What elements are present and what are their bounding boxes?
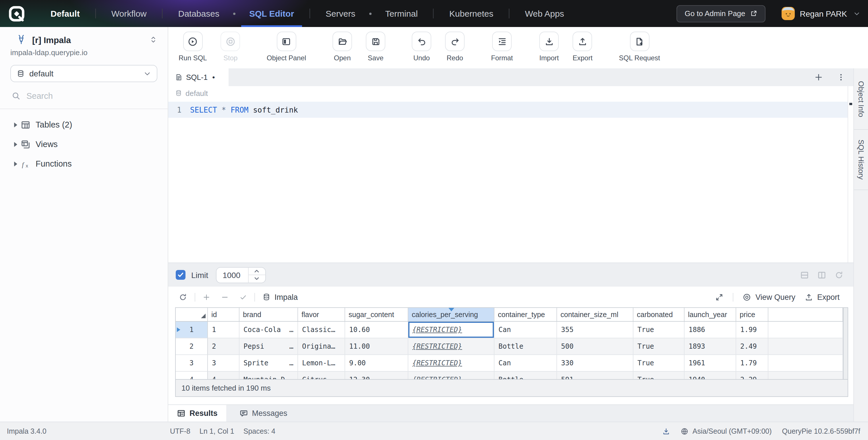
rail-tab-sql-history[interactable]: SQL History xyxy=(854,130,868,190)
column-header-carbonated[interactable]: carbonated xyxy=(633,308,684,321)
table-cell[interactable]: 11.00 xyxy=(345,338,408,355)
table-cell[interactable]: 330 xyxy=(557,355,633,372)
stepper-down-icon[interactable] xyxy=(248,275,265,282)
export-button[interactable]: Export xyxy=(572,32,592,62)
nav-item-terminal[interactable]: Terminal xyxy=(372,0,430,27)
table-cell[interactable]: True xyxy=(633,372,684,380)
table-cell[interactable]: 9.00 xyxy=(345,355,408,372)
nav-item-databases[interactable]: Databases xyxy=(166,0,232,27)
table-cell[interactable]: {RESTRICTED} xyxy=(408,372,494,380)
table-cell[interactable]: 1886 xyxy=(684,322,736,338)
tab-sql-1[interactable]: SQL-1 • xyxy=(168,68,228,86)
table-cell[interactable]: 1.99 xyxy=(736,322,768,338)
querypie-logo-icon[interactable] xyxy=(8,5,25,22)
table-cell[interactable]: Bottle xyxy=(494,338,557,355)
table-cell[interactable]: 1961 xyxy=(684,355,736,372)
editor-scrollbar[interactable] xyxy=(847,86,854,263)
table-cell[interactable]: 10.60 xyxy=(345,322,408,338)
format-button[interactable]: Format xyxy=(491,32,513,62)
sidebar-item-tables[interactable]: Tables (2) xyxy=(10,115,157,135)
export-results-button[interactable]: Export xyxy=(805,293,840,301)
column-header-launch_year[interactable]: launch_year xyxy=(684,308,736,321)
table-cell[interactable]: Citrus… xyxy=(298,372,345,380)
table-cell[interactable]: {RESTRICTED} xyxy=(408,338,494,355)
table-cell[interactable] xyxy=(768,322,843,338)
nav-item-sql-editor[interactable]: SQL Editor xyxy=(237,0,307,27)
nav-item-default[interactable]: Default xyxy=(38,0,92,27)
table-cell[interactable] xyxy=(768,372,843,380)
run-sql-button[interactable]: Run SQL xyxy=(179,32,207,62)
column-header-container_size_ml[interactable]: container_size_ml xyxy=(557,308,633,321)
table-cell[interactable]: Lemon-L… xyxy=(298,355,345,372)
table-cell[interactable]: 2 xyxy=(208,338,240,355)
refresh-layout-icon[interactable] xyxy=(834,270,844,280)
row-header[interactable]: 4 xyxy=(176,372,208,380)
table-cell[interactable]: 1893 xyxy=(684,338,736,355)
split-vertical-icon[interactable] xyxy=(817,270,826,280)
column-header-calories_per_serving[interactable]: calories_per_serving xyxy=(408,308,494,321)
row-header[interactable]: 1 xyxy=(176,322,208,338)
object-panel-button[interactable]: Object Panel xyxy=(267,32,306,62)
undo-button[interactable]: Undo xyxy=(412,32,431,62)
table-cell[interactable] xyxy=(768,355,843,372)
table-cell[interactable]: Coca-Cola… xyxy=(240,322,298,338)
sidebar-item-views[interactable]: Views xyxy=(10,135,157,154)
rail-tab-object-info[interactable]: Object Info xyxy=(854,68,868,130)
table-cell[interactable]: Sprite… xyxy=(240,355,298,372)
row-header[interactable]: 2 xyxy=(176,338,208,355)
table-cell[interactable]: 2.29 xyxy=(736,372,768,380)
table-cell[interactable]: 12.30 xyxy=(345,372,408,380)
table-cell[interactable]: Can xyxy=(494,322,557,338)
download-status-icon[interactable] xyxy=(662,427,670,435)
sidebar-item-functions[interactable]: fxFunctions xyxy=(10,154,157,174)
table-cell[interactable]: 1940 xyxy=(684,372,736,380)
editor-scrollbar-thumb[interactable] xyxy=(849,103,852,105)
table-cell[interactable]: Mountain D… xyxy=(240,372,298,380)
apply-changes-icon[interactable] xyxy=(240,293,247,301)
nav-item-web-apps[interactable]: Web Apps xyxy=(512,0,577,27)
remove-row-icon[interactable] xyxy=(221,293,228,301)
grid-scrollbar[interactable] xyxy=(844,307,848,380)
sql-request-button[interactable]: SQL Request xyxy=(619,32,660,62)
column-header-trailing[interactable] xyxy=(768,308,843,321)
nav-item-kubernetes[interactable]: Kubernetes xyxy=(437,0,506,27)
table-cell[interactable]: 4 xyxy=(208,372,240,380)
column-header-flavor[interactable]: flavor xyxy=(298,308,345,321)
column-header-price[interactable]: price xyxy=(736,308,768,321)
refresh-results-icon[interactable] xyxy=(179,293,187,301)
table-cell[interactable]: 1.79 xyxy=(736,355,768,372)
select-all-corner[interactable] xyxy=(176,308,208,321)
limit-checkbox[interactable] xyxy=(176,270,185,280)
table-cell[interactable]: Bottle xyxy=(494,372,557,380)
timezone-group[interactable]: Asia/Seoul (GMT+09:00) xyxy=(681,427,772,435)
save-button[interactable]: Save xyxy=(366,32,385,62)
view-query-button[interactable]: View Query xyxy=(743,293,795,301)
stepper-up-icon[interactable] xyxy=(248,267,265,275)
redo-button[interactable]: Redo xyxy=(445,32,465,62)
table-cell[interactable]: Can xyxy=(494,355,557,372)
open-button[interactable]: Open xyxy=(333,32,352,62)
split-horizontal-icon[interactable] xyxy=(800,270,809,280)
expand-results-icon[interactable] xyxy=(715,293,724,301)
table-cell[interactable]: Pepsi… xyxy=(240,338,298,355)
sql-editor[interactable]: default 1SELECT * FROM soft_drink xyxy=(168,86,854,263)
row-header[interactable]: 3 xyxy=(176,355,208,372)
table-cell[interactable]: 2.49 xyxy=(736,338,768,355)
table-cell[interactable]: True xyxy=(633,322,684,338)
table-cell[interactable]: True xyxy=(633,355,684,372)
table-cell[interactable]: 3 xyxy=(208,355,240,372)
tab-menu-kebab-icon[interactable] xyxy=(837,73,845,82)
table-cell[interactable]: 591 xyxy=(557,372,633,380)
table-cell[interactable]: {RESTRICTED} xyxy=(408,355,494,372)
nav-item-workflow[interactable]: Workflow xyxy=(99,0,159,27)
connection-header[interactable]: [r] Impala xyxy=(10,34,157,45)
add-row-icon[interactable] xyxy=(203,293,210,301)
column-header-sugar_content[interactable]: sugar_content xyxy=(345,308,408,321)
user-menu[interactable]: Regan PARK xyxy=(775,7,860,20)
tab-results[interactable]: Results xyxy=(168,405,226,421)
table-cell[interactable]: Classic… xyxy=(298,322,345,338)
limit-value[interactable]: 1000 xyxy=(216,267,248,282)
table-cell[interactable]: Origina… xyxy=(298,338,345,355)
database-select[interactable]: default xyxy=(10,65,157,82)
table-cell[interactable]: 355 xyxy=(557,322,633,338)
